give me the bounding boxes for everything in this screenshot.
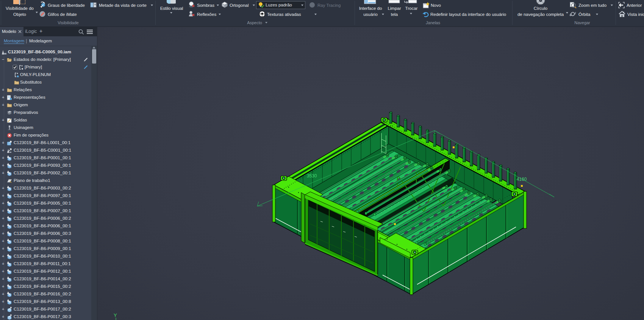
svg-text:4160: 4160	[517, 177, 527, 182]
svg-text:3530: 3530	[307, 173, 317, 179]
svg-text:Y: Y	[114, 312, 117, 318]
